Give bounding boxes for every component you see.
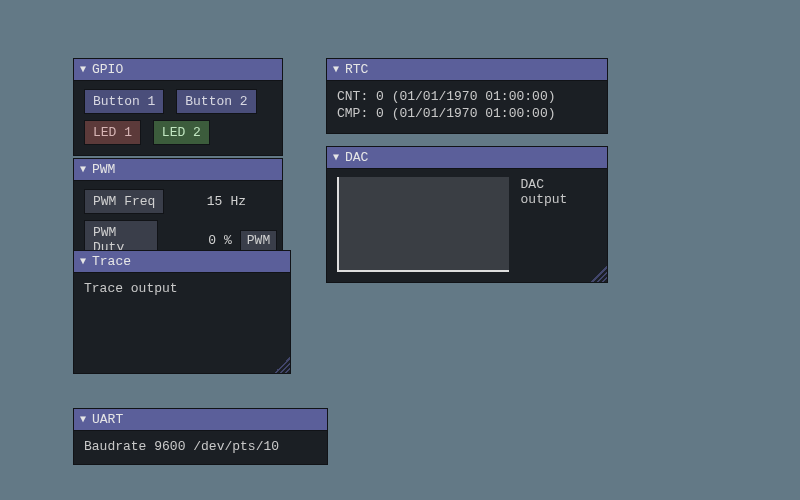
rtc-panel: ▼ RTC CNT: 0 (01/01/1970 01:00:00) CMP: … [326,58,608,134]
resize-grip[interactable] [274,357,290,373]
dac-panel: ▼ DAC DAC output [326,146,608,283]
collapse-icon: ▼ [333,65,339,75]
dac-header[interactable]: ▼ DAC [327,147,607,169]
collapse-icon: ▼ [80,415,86,425]
rtc-header[interactable]: ▼ RTC [327,59,607,81]
rtc-cnt-timestamp: (01/01/1970 01:00:00) [392,89,556,104]
dac-output-label: DAC output [521,177,597,207]
dac-body: DAC output [327,169,607,282]
rtc-title: RTC [345,62,368,77]
pwm-title: PWM [92,162,115,177]
trace-title: Trace [92,254,131,269]
pwm-freq-unit: Hz [230,194,246,209]
rtc-cmp-timestamp: (01/01/1970 01:00:00) [392,106,556,121]
uart-panel: ▼ UART Baudrate 9600 /dev/pts/10 [73,408,328,465]
rtc-cmp-value: 0 [376,106,384,121]
rtc-cmp-row: CMP: 0 (01/01/1970 01:00:00) [337,106,597,121]
gpio-panel: ▼ GPIO Button 1 Button 2 LED 1 LED 2 [73,58,283,156]
uart-header[interactable]: ▼ UART [74,409,327,431]
trace-panel: ▼ Trace Trace output [73,250,291,374]
pwm-duty-unit: % [224,233,232,248]
trace-output: Trace output [84,281,280,296]
collapse-icon: ▼ [80,257,86,267]
led-2: LED 2 [153,120,210,145]
trace-header[interactable]: ▼ Trace [74,251,290,273]
trace-body: Trace output [74,273,290,373]
resize-grip[interactable] [591,266,607,282]
pwm-duty-value[interactable]: 0 [166,233,216,248]
pwm-freq-value[interactable]: 15 [172,194,222,209]
gpio-title: GPIO [92,62,123,77]
rtc-cnt-row: CNT: 0 (01/01/1970 01:00:00) [337,89,597,104]
gpio-button-1[interactable]: Button 1 [84,89,164,114]
gpio-body: Button 1 Button 2 LED 1 LED 2 [74,81,282,155]
dac-title: DAC [345,150,368,165]
pwm-header[interactable]: ▼ PWM [74,159,282,181]
uart-title: UART [92,412,123,427]
rtc-body: CNT: 0 (01/01/1970 01:00:00) CMP: 0 (01/… [327,81,607,133]
led-1: LED 1 [84,120,141,145]
dac-plot [337,177,509,272]
gpio-header[interactable]: ▼ GPIO [74,59,282,81]
rtc-cnt-label: CNT: [337,89,368,104]
pwm-freq-label: PWM Freq [84,189,164,214]
uart-device: /dev/pts/10 [193,439,279,454]
pwm-toggle-button[interactable]: PWM [240,230,277,251]
collapse-icon: ▼ [80,65,86,75]
collapse-icon: ▼ [333,153,339,163]
uart-baud-value[interactable]: 9600 [154,439,185,454]
uart-body: Baudrate 9600 /dev/pts/10 [74,431,327,464]
rtc-cmp-label: CMP: [337,106,368,121]
gpio-button-2[interactable]: Button 2 [176,89,256,114]
uart-baud-label: Baudrate [84,439,146,454]
rtc-cnt-value: 0 [376,89,384,104]
collapse-icon: ▼ [80,165,86,175]
